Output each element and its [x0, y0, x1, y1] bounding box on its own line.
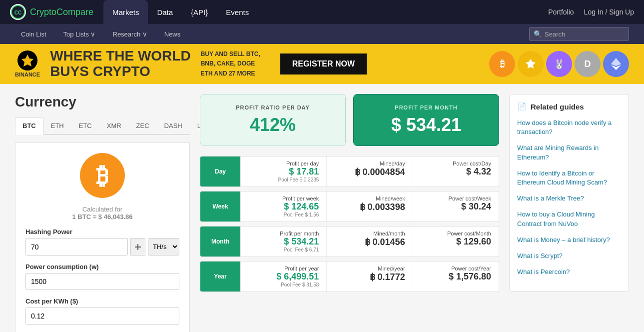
- related-guides: 📄 Related guides How does a Bitcoin node…: [509, 94, 629, 292]
- logo-text: CryptoCompare: [30, 7, 93, 18]
- sub-nav-toplists[interactable]: Top Lists ∨: [57, 24, 102, 44]
- sub-nav-research[interactable]: Research ∨: [107, 24, 153, 44]
- document-icon: 📄: [517, 102, 527, 111]
- row-power-cell: Power cost/Week $ 30.24: [413, 192, 499, 222]
- guide-link[interactable]: What is Peercoin?: [517, 268, 621, 276]
- row-mined-cell: Mined/month ฿ 0.01456: [326, 226, 412, 256]
- row-mined-cell: Mined/week ฿ 0.003398: [326, 192, 412, 222]
- banner: BINANCE WHERE THE WORLD BUYS CRYPTO BUY …: [0, 44, 644, 84]
- btc-coin-icon: ₿: [489, 51, 515, 77]
- eth-coin-icon: [603, 51, 629, 77]
- tab-eth[interactable]: ETH: [43, 118, 71, 134]
- profit-day-value: 412%: [210, 114, 335, 136]
- currency-title: Currency: [15, 94, 190, 110]
- right-panel: 📄 Related guides How does a Bitcoin node…: [509, 94, 629, 332]
- login-signup-link[interactable]: Log In / Sign Up: [584, 8, 634, 16]
- register-now-button[interactable]: REGISTER NOW: [280, 54, 367, 74]
- row-period-label: Month: [200, 226, 240, 256]
- row-period-label: Day: [200, 156, 240, 186]
- tab-xmr[interactable]: XMR: [99, 118, 129, 134]
- profit-month-value: $ 534.21: [364, 114, 489, 136]
- guide-link[interactable]: How does a Bitcoin node verify a transac…: [517, 118, 621, 136]
- row-mined-cell: Mined/day ฿ 0.0004854: [326, 156, 412, 186]
- binance-logo-text: BINANCE: [15, 72, 40, 78]
- banner-headline-text: WHERE THE WORLD BUYS CRYPTO: [50, 48, 191, 80]
- svg-marker-3: [526, 59, 536, 68]
- row-power-cell: Power cost/Year $ 1,576.80: [413, 262, 499, 292]
- row-power-cell: Power cost/Month $ 129.60: [413, 226, 499, 256]
- dash-coin-icon: D: [575, 51, 601, 77]
- power-consumption-label: Power consumption (w): [25, 263, 179, 270]
- hashing-unit-select[interactable]: TH/s GH/s MH/s: [148, 238, 179, 256]
- guide-link[interactable]: What are Mining Rewards in Ethereum?: [517, 144, 621, 162]
- calc-rate: Calculated for 1 BTC = $ 46,043.86: [25, 206, 179, 220]
- search-input[interactable]: [545, 30, 629, 38]
- center-panel: PROFIT RATIO PER DAY 412% PROFIT PER MON…: [200, 94, 499, 332]
- power-consumption-field: Power consumption (w): [25, 263, 179, 290]
- hashing-power-input-row: TH/s GH/s MH/s: [25, 238, 179, 256]
- profit-ratio-day-box: PROFIT RATIO PER DAY 412%: [200, 94, 346, 146]
- sub-navigation: Coin List Top Lists ∨ Research ∨ News 🔍: [0, 24, 644, 44]
- svg-marker-4: [611, 58, 621, 66]
- currency-tabs: BTC ETH ETC XMR ZEC DASH LTC: [15, 118, 190, 135]
- left-panel: Currency BTC ETH ETC XMR ZEC DASH LTC ₿ …: [15, 94, 190, 332]
- row-profit-cell: Profit per month $ 534.21 Pool Fee $ 6.7…: [240, 226, 326, 256]
- row-power-cell: Power cost/Day $ 4.32: [413, 156, 499, 186]
- tab-dash[interactable]: DASH: [157, 118, 190, 134]
- banner-logo: BINANCE: [15, 50, 40, 78]
- row-period-label: Year: [200, 262, 240, 292]
- guide-link[interactable]: How to Identify a Bitcoin or Ethereum Cl…: [517, 169, 621, 187]
- guide-link[interactable]: How to buy a Cloud Mining Contract from …: [517, 210, 621, 228]
- tab-zec[interactable]: ZEC: [129, 118, 157, 134]
- hashing-power-field: Hashing Power TH/s GH/s MH/s: [25, 228, 179, 256]
- search-box[interactable]: 🔍: [529, 27, 629, 41]
- hashing-power-label: Hashing Power: [25, 228, 179, 236]
- table-row: Year Profit per year $ 6,499.51 Pool Fee…: [200, 261, 499, 292]
- banner-headline: WHERE THE WORLD BUYS CRYPTO: [50, 48, 191, 80]
- nav-data[interactable]: Data: [148, 0, 182, 24]
- top-navigation: CC CryptoCompare Markets Data {API} Even…: [0, 0, 644, 24]
- cost-per-kwh-label: Cost per KWh ($): [25, 298, 179, 305]
- guide-link[interactable]: What is Money – a brief history?: [517, 236, 621, 244]
- nav-api[interactable]: {API}: [182, 0, 217, 24]
- row-profit-cell: Profit per year $ 6,499.51 Pool Fee $ 81…: [240, 262, 326, 292]
- portfolio-link[interactable]: Portfolio: [548, 8, 574, 16]
- profit-day-label: PROFIT RATIO PER DAY: [210, 104, 335, 110]
- nav-markets[interactable]: Markets: [103, 0, 148, 24]
- btc-icon-large: ₿: [80, 153, 125, 198]
- cost-per-kwh-input[interactable]: [25, 308, 179, 324]
- tab-btc[interactable]: BTC: [15, 118, 43, 135]
- sub-nav-news[interactable]: News: [158, 24, 187, 44]
- profit-month-box: PROFIT PER MONTH $ 534.21: [353, 94, 499, 146]
- sub-nav-coinlist[interactable]: Coin List: [15, 24, 52, 44]
- nav-events[interactable]: Events: [217, 0, 258, 24]
- svg-marker-2: [21, 54, 33, 66]
- related-guides-title: 📄 Related guides: [517, 102, 621, 111]
- svg-text:CC: CC: [14, 10, 21, 16]
- cost-per-kwh-field: Cost per KWh ($): [25, 298, 179, 324]
- tab-etc[interactable]: ETC: [71, 118, 99, 134]
- row-mined-cell: Mined/year ฿ 0.1772: [326, 262, 412, 292]
- logo-icon: CC: [10, 4, 26, 20]
- hashing-stepper[interactable]: [130, 238, 145, 256]
- guide-link[interactable]: What is a Merkle Tree?: [517, 194, 621, 203]
- profit-month-label: PROFIT PER MONTH: [364, 104, 489, 110]
- logo[interactable]: CC CryptoCompare: [10, 4, 93, 20]
- guide-link[interactable]: What is Scrypt?: [517, 252, 621, 260]
- main-content: Currency BTC ETH ETC XMR ZEC DASH LTC ₿ …: [0, 84, 644, 332]
- search-icon: 🔍: [534, 30, 542, 38]
- calc-panel: ₿ Calculated for 1 BTC = $ 46,043.86 Has…: [15, 142, 190, 332]
- guides-container: How does a Bitcoin node verify a transac…: [517, 118, 621, 276]
- data-rows-container: Day Profit per day $ 17.81 Pool Fee $ 0.…: [200, 156, 499, 292]
- bnb-coin-icon: [518, 51, 544, 77]
- row-period-label: Week: [200, 192, 240, 222]
- power-consumption-input[interactable]: [25, 273, 179, 290]
- row-profit-cell: Profit per day $ 17.81 Pool Fee $ 0.2235: [240, 156, 326, 186]
- table-row: Month Profit per month $ 534.21 Pool Fee…: [200, 226, 499, 257]
- banner-sub-text: BUY AND SELL BTC,BNB, CAKE, DOGEETH AND …: [201, 50, 260, 78]
- svg-rect-7: [137, 244, 138, 250]
- banner-coins: ₿ 🐰 D: [489, 51, 629, 77]
- table-row: Day Profit per day $ 17.81 Pool Fee $ 0.…: [200, 156, 499, 187]
- top-nav-right: Portfolio Log In / Sign Up: [548, 8, 634, 16]
- hashing-power-input[interactable]: [25, 238, 128, 256]
